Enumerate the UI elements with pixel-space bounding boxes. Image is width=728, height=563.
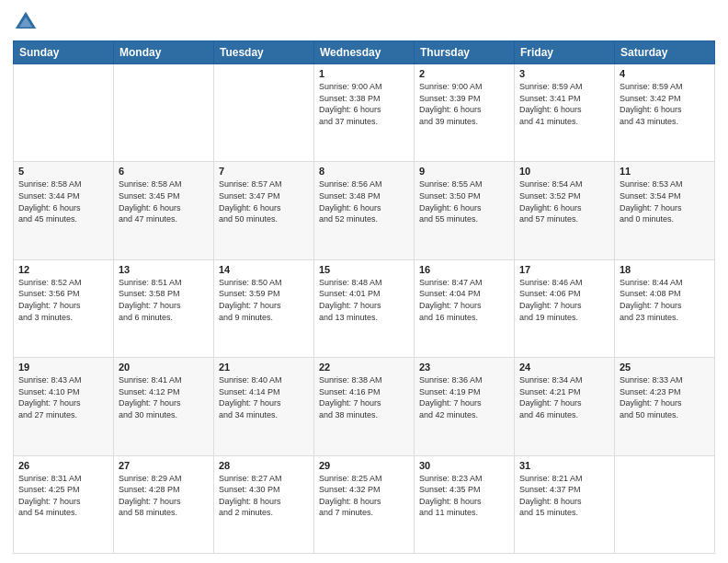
week-row-1: 5Sunrise: 8:58 AM Sunset: 3:44 PM Daylig… [14, 162, 715, 259]
day-info: Sunrise: 8:57 AM Sunset: 3:47 PM Dayligh… [219, 178, 309, 224]
calendar-cell: 17Sunrise: 8:46 AM Sunset: 4:06 PM Dayli… [515, 259, 615, 357]
day-number: 8 [319, 166, 409, 177]
calendar-cell: 20Sunrise: 8:41 AM Sunset: 4:12 PM Dayli… [114, 358, 214, 455]
day-number: 17 [519, 264, 609, 275]
day-info: Sunrise: 8:53 AM Sunset: 3:54 PM Dayligh… [620, 178, 710, 224]
day-number: 14 [219, 264, 309, 275]
day-number: 13 [119, 264, 209, 275]
day-header-wednesday: Wednesday [314, 41, 415, 64]
calendar-cell: 4Sunrise: 8:59 AM Sunset: 3:42 PM Daylig… [615, 64, 715, 162]
day-info: Sunrise: 8:27 AM Sunset: 4:30 PM Dayligh… [219, 473, 309, 519]
day-number: 23 [419, 362, 509, 373]
day-info: Sunrise: 8:38 AM Sunset: 4:16 PM Dayligh… [319, 374, 409, 420]
day-number: 22 [319, 362, 409, 373]
day-number: 25 [620, 362, 710, 373]
day-number: 21 [219, 362, 309, 373]
calendar-cell: 10Sunrise: 8:54 AM Sunset: 3:52 PM Dayli… [515, 162, 615, 259]
day-number: 5 [18, 166, 108, 177]
calendar-header-row: SundayMondayTuesdayWednesdayThursdayFrid… [14, 41, 715, 64]
day-number: 28 [219, 460, 309, 471]
day-number: 19 [18, 362, 108, 373]
day-info: Sunrise: 8:50 AM Sunset: 3:59 PM Dayligh… [219, 277, 309, 323]
calendar-cell: 24Sunrise: 8:34 AM Sunset: 4:21 PM Dayli… [515, 358, 615, 455]
week-row-3: 19Sunrise: 8:43 AM Sunset: 4:10 PM Dayli… [14, 358, 715, 455]
day-info: Sunrise: 8:54 AM Sunset: 3:52 PM Dayligh… [519, 178, 609, 224]
calendar-cell: 5Sunrise: 8:58 AM Sunset: 3:44 PM Daylig… [14, 162, 114, 259]
day-number: 2 [419, 68, 509, 79]
day-info: Sunrise: 8:59 AM Sunset: 3:42 PM Dayligh… [620, 81, 710, 127]
calendar-cell: 2Sunrise: 9:00 AM Sunset: 3:39 PM Daylig… [415, 64, 515, 162]
calendar-cell: 18Sunrise: 8:44 AM Sunset: 4:08 PM Dayli… [615, 259, 715, 357]
day-info: Sunrise: 8:23 AM Sunset: 4:35 PM Dayligh… [419, 473, 509, 519]
header [13, 9, 715, 35]
day-number: 12 [18, 264, 108, 275]
calendar-cell: 25Sunrise: 8:33 AM Sunset: 4:23 PM Dayli… [615, 358, 715, 455]
day-number: 24 [519, 362, 609, 373]
calendar-cell: 14Sunrise: 8:50 AM Sunset: 3:59 PM Dayli… [214, 259, 314, 357]
day-number: 15 [319, 264, 409, 275]
day-header-friday: Friday [515, 41, 615, 64]
day-info: Sunrise: 8:41 AM Sunset: 4:12 PM Dayligh… [119, 374, 209, 420]
calendar-cell: 6Sunrise: 8:58 AM Sunset: 3:45 PM Daylig… [114, 162, 214, 259]
day-info: Sunrise: 8:36 AM Sunset: 4:19 PM Dayligh… [419, 374, 509, 420]
calendar-cell: 3Sunrise: 8:59 AM Sunset: 3:41 PM Daylig… [515, 64, 615, 162]
calendar-cell: 19Sunrise: 8:43 AM Sunset: 4:10 PM Dayli… [14, 358, 114, 455]
day-info: Sunrise: 8:46 AM Sunset: 4:06 PM Dayligh… [519, 277, 609, 323]
calendar-cell: 29Sunrise: 8:25 AM Sunset: 4:32 PM Dayli… [314, 455, 415, 553]
calendar-cell: 27Sunrise: 8:29 AM Sunset: 4:28 PM Dayli… [114, 455, 214, 553]
day-info: Sunrise: 8:25 AM Sunset: 4:32 PM Dayligh… [319, 473, 409, 519]
day-header-thursday: Thursday [415, 41, 515, 64]
day-info: Sunrise: 8:51 AM Sunset: 3:58 PM Dayligh… [119, 277, 209, 323]
calendar-cell [14, 64, 114, 162]
day-number: 4 [620, 68, 710, 79]
day-number: 26 [18, 460, 108, 471]
calendar-cell: 16Sunrise: 8:47 AM Sunset: 4:04 PM Dayli… [415, 259, 515, 357]
day-info: Sunrise: 8:55 AM Sunset: 3:50 PM Dayligh… [419, 178, 509, 224]
day-info: Sunrise: 9:00 AM Sunset: 3:38 PM Dayligh… [319, 81, 409, 127]
day-info: Sunrise: 8:58 AM Sunset: 3:44 PM Dayligh… [18, 178, 108, 224]
day-header-monday: Monday [114, 41, 214, 64]
calendar-cell: 26Sunrise: 8:31 AM Sunset: 4:25 PM Dayli… [14, 455, 114, 553]
day-info: Sunrise: 8:47 AM Sunset: 4:04 PM Dayligh… [419, 277, 509, 323]
day-number: 7 [219, 166, 309, 177]
week-row-4: 26Sunrise: 8:31 AM Sunset: 4:25 PM Dayli… [14, 455, 715, 553]
calendar-cell: 15Sunrise: 8:48 AM Sunset: 4:01 PM Dayli… [314, 259, 415, 357]
calendar-cell: 30Sunrise: 8:23 AM Sunset: 4:35 PM Dayli… [415, 455, 515, 553]
calendar-cell: 13Sunrise: 8:51 AM Sunset: 3:58 PM Dayli… [114, 259, 214, 357]
day-info: Sunrise: 8:29 AM Sunset: 4:28 PM Dayligh… [119, 473, 209, 519]
day-number: 11 [620, 166, 710, 177]
day-info: Sunrise: 8:43 AM Sunset: 4:10 PM Dayligh… [18, 374, 108, 420]
day-info: Sunrise: 8:34 AM Sunset: 4:21 PM Dayligh… [519, 374, 609, 420]
day-header-sunday: Sunday [14, 41, 114, 64]
calendar-cell: 21Sunrise: 8:40 AM Sunset: 4:14 PM Dayli… [214, 358, 314, 455]
week-row-2: 12Sunrise: 8:52 AM Sunset: 3:56 PM Dayli… [14, 259, 715, 357]
day-info: Sunrise: 8:48 AM Sunset: 4:01 PM Dayligh… [319, 277, 409, 323]
day-info: Sunrise: 8:52 AM Sunset: 3:56 PM Dayligh… [18, 277, 108, 323]
calendar-cell: 9Sunrise: 8:55 AM Sunset: 3:50 PM Daylig… [415, 162, 515, 259]
calendar-cell: 23Sunrise: 8:36 AM Sunset: 4:19 PM Dayli… [415, 358, 515, 455]
day-number: 10 [519, 166, 609, 177]
day-info: Sunrise: 8:21 AM Sunset: 4:37 PM Dayligh… [519, 473, 609, 519]
calendar-cell: 11Sunrise: 8:53 AM Sunset: 3:54 PM Dayli… [615, 162, 715, 259]
week-row-0: 1Sunrise: 9:00 AM Sunset: 3:38 PM Daylig… [14, 64, 715, 162]
day-number: 27 [119, 460, 209, 471]
day-header-saturday: Saturday [615, 41, 715, 64]
day-number: 29 [319, 460, 409, 471]
day-info: Sunrise: 8:56 AM Sunset: 3:48 PM Dayligh… [319, 178, 409, 224]
calendar-cell: 8Sunrise: 8:56 AM Sunset: 3:48 PM Daylig… [314, 162, 415, 259]
day-header-tuesday: Tuesday [214, 41, 314, 64]
calendar-cell: 7Sunrise: 8:57 AM Sunset: 3:47 PM Daylig… [214, 162, 314, 259]
calendar-cell: 12Sunrise: 8:52 AM Sunset: 3:56 PM Dayli… [14, 259, 114, 357]
day-number: 31 [519, 460, 609, 471]
day-number: 20 [119, 362, 209, 373]
day-info: Sunrise: 8:31 AM Sunset: 4:25 PM Dayligh… [18, 473, 108, 519]
day-info: Sunrise: 8:33 AM Sunset: 4:23 PM Dayligh… [620, 374, 710, 420]
calendar-cell: 28Sunrise: 8:27 AM Sunset: 4:30 PM Dayli… [214, 455, 314, 553]
calendar-cell [615, 455, 715, 553]
calendar-cell [114, 64, 214, 162]
day-number: 3 [519, 68, 609, 79]
day-info: Sunrise: 8:40 AM Sunset: 4:14 PM Dayligh… [219, 374, 309, 420]
day-number: 18 [620, 264, 710, 275]
day-number: 30 [419, 460, 509, 471]
day-number: 9 [419, 166, 509, 177]
